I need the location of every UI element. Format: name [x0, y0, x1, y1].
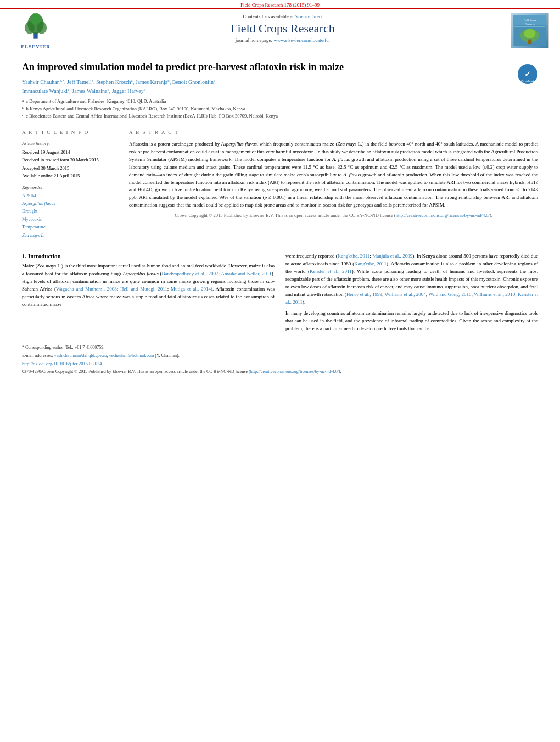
svg-point-10 [524, 29, 536, 38]
thumbnail-image: Field Crops Research [511, 15, 548, 46]
page: Field Crops Research 178 (2015) 91–99 EL… [0, 0, 560, 742]
corresponding-author-note: * Corresponding author. Tel.: +61 7 4160… [22, 344, 538, 351]
body-section: 1. Introduction Maize (Zea mays L.) is t… [22, 253, 538, 336]
keyword-aspergillus: Aspergillus flavus [22, 199, 118, 207]
zea-mays-body: Zea mays [37, 263, 56, 269]
a-flavus-italic-2: A. flavus [332, 157, 350, 162]
sciencedirect-link[interactable]: ScienceDirect [295, 14, 322, 19]
aff-b-text: b Kenya Agricultural and Livestock Resea… [26, 105, 245, 113]
keyword-mycotoxin: Mycotoxin [22, 215, 118, 223]
author-gnonlonfin: Benoit Gnonlonfin [172, 80, 214, 86]
sup-aff-a: a [22, 98, 24, 105]
article-info-abstract-section: A R T I C L E I N F O Article history: R… [22, 130, 538, 246]
keywords-label: Keywords: [22, 185, 118, 190]
email-label: E-mail addresses: [22, 353, 53, 358]
elsevier-logo-section: ELSEVIER [11, 13, 60, 49]
aff-c-text: c Biosciences Eastern and Central Africa… [26, 113, 278, 120]
svg-rect-7 [514, 26, 545, 27]
elsevier-tree-icon [19, 13, 52, 43]
article-title: An improved simulation model to predict … [22, 61, 512, 74]
corresponding-author-text: * Corresponding author. Tel.: +61 7 4160… [22, 345, 104, 350]
email-link-1[interactable]: yash.chauhan@daf.qld.gov.au [54, 353, 107, 358]
keyword-drought: Drought [22, 207, 118, 215]
aff-a-text: a Department of Agriculture and Fisherie… [26, 98, 166, 105]
authors-line: Yashvir Chauhana,*, Jeff Tatnella, Steph… [22, 78, 512, 95]
body-col-right: were frequently reported (Kang'ethe, 201… [285, 253, 538, 336]
email-link-2[interactable]: yschauhan@hotmail.com [109, 353, 154, 358]
main-content: An improved simulation model to predict … [0, 53, 560, 381]
ref-hell[interactable]: Hell and Mutegi, 2011 [120, 286, 167, 292]
article-title-section: An improved simulation model to predict … [22, 61, 538, 125]
crossmark-badge[interactable]: ✓ CrossMark [517, 64, 538, 85]
intro-para-1: Maize (Zea mays L.) is the third most im… [22, 263, 275, 309]
abstract-body: Aflatoxin is a potent carcinogen produce… [129, 141, 538, 208]
license-link-footer[interactable]: http://creativecommons.org/licenses/ [250, 369, 315, 374]
journal-thumbnail: Field Crops Research [511, 13, 549, 48]
doi-line: http://dx.doi.org/10.1016/j.fcr.2015.03.… [22, 361, 538, 366]
cc-license-link[interactable]: http://creativecommons.org/licenses/by-n… [396, 213, 490, 218]
affiliation-a: a a Department of Agriculture and Fisher… [22, 98, 512, 105]
article-title-text: An improved simulation model to predict … [22, 61, 512, 120]
license-link-footer-2[interactable]: by-nc-nd/4.0/ [315, 369, 339, 374]
homepage-label: journal homepage: [236, 37, 272, 43]
ref-wild[interactable]: Wild and Gong, 2010 [429, 292, 472, 297]
keywords-section: Keywords: APSIM Aspergillus flavus Droug… [22, 185, 118, 239]
ref-williams-2010[interactable]: Williams et al., 2010 [474, 292, 515, 297]
ref-kangethe-2011[interactable]: Kang'ethe, 2011 [338, 253, 369, 259]
header-center: Contents lists available at ScienceDirec… [66, 13, 500, 43]
keyword-temperature: Temperature [22, 223, 118, 231]
keyword-zeamays: Zea mays L. [22, 231, 118, 239]
abstract-copyright: Crown Copyright © 2015 Published by Else… [129, 213, 538, 218]
ref-amaike[interactable]: Amaike and Keller, 2011 [221, 271, 271, 276]
affiliation-c: c c Biosciences Eastern and Central Afri… [22, 113, 512, 120]
author-tatnell: Jeff Tatnell [67, 80, 92, 86]
revised-date: Received in revised form 30 March 2015 [22, 156, 118, 164]
history-items: Received 19 August 2014 Received in revi… [22, 148, 118, 180]
sup-aff-b: b [22, 105, 24, 113]
abstract-title: A B S T R A C T [129, 130, 538, 137]
intro-para-2: were frequently reported (Kang'ethe, 201… [285, 253, 538, 306]
author-wanjuki: Immaculate Wanjuki [22, 88, 68, 94]
elsevier-banner: ELSEVIER [19, 13, 52, 49]
ref-henry[interactable]: Henry et al., 1999 [346, 292, 382, 297]
article-history-label: Article history: [22, 141, 118, 146]
ref-bandyopadhyay[interactable]: Bandyopadhyay et al., 2007 [162, 271, 219, 276]
crossmark-icon: ✓ CrossMark [517, 64, 538, 85]
body-col-left: 1. Introduction Maize (Zea mays L.) is t… [22, 253, 275, 336]
aspergillus-body: Aspergillus flavus [123, 271, 159, 276]
zea-mays-italic: Zea mays [337, 141, 356, 147]
page-footer-text: 0378-4290/Crown Copyright © 2015 Publish… [22, 369, 538, 375]
received-date: Received 19 August 2014 [22, 148, 118, 156]
sup-aff-c: c [22, 113, 24, 120]
ref-kangethe-2[interactable]: Kang'ethe, 2011 [354, 261, 387, 266]
svg-text:Field Crops: Field Crops [524, 19, 536, 21]
author-wainaina: James Wainaina [72, 88, 107, 94]
author-krosch: Stephen Krosch [96, 80, 131, 86]
ref-mutiga[interactable]: Mutiga et al., 2014 [171, 286, 211, 292]
aspergillus-italic-1: Aspergillus flavus [221, 141, 257, 147]
homepage-link[interactable]: www.elsevier.com/locate/fcr [273, 37, 330, 43]
available-date: Available online 21 April 2015 [22, 172, 118, 180]
email-person: (Y. Chauhan). [155, 353, 180, 358]
doi-link[interactable]: http://dx.doi.org/10.1016/j.fcr.2015.03.… [22, 361, 102, 366]
affiliation-b: b b Kenya Agricultural and Livestock Res… [22, 105, 512, 113]
p-italic: p [265, 194, 267, 200]
svg-point-4 [31, 13, 41, 25]
abstract-text: Aflatoxin is a potent carcinogen produce… [129, 141, 538, 209]
svg-text:CrossMark: CrossMark [521, 80, 535, 83]
ref-williams-2004[interactable]: Williams et al., 2004 [385, 292, 426, 297]
elsevier-label: ELSEVIER [21, 44, 51, 49]
journal-title: Field Crops Research [231, 21, 334, 36]
journal-band: Field Crops Research 178 (2015) 91–99 [0, 0, 560, 9]
article-info: A R T I C L E I N F O Article history: R… [22, 130, 118, 239]
author-chauhan: Yashvir Chauhan [22, 80, 60, 86]
ref-kensler-2011[interactable]: Kensler et al., 2011 [310, 269, 352, 274]
intro-para-3: In many developing countries aflatoxin c… [285, 310, 538, 333]
keyword-apsim: APSIM [22, 192, 118, 199]
a-flavus-italic-3: A. flavus [343, 172, 361, 177]
comma5: , [215, 80, 217, 86]
article-info-title: A R T I C L E I N F O [22, 130, 118, 137]
ref-manjula[interactable]: Manjula et al., 2009 [372, 253, 412, 259]
ref-wagacha[interactable]: Wagacha and Muthomi, 2008 [56, 286, 117, 292]
accepted-date: Accepted 30 March 2015 [22, 164, 118, 172]
